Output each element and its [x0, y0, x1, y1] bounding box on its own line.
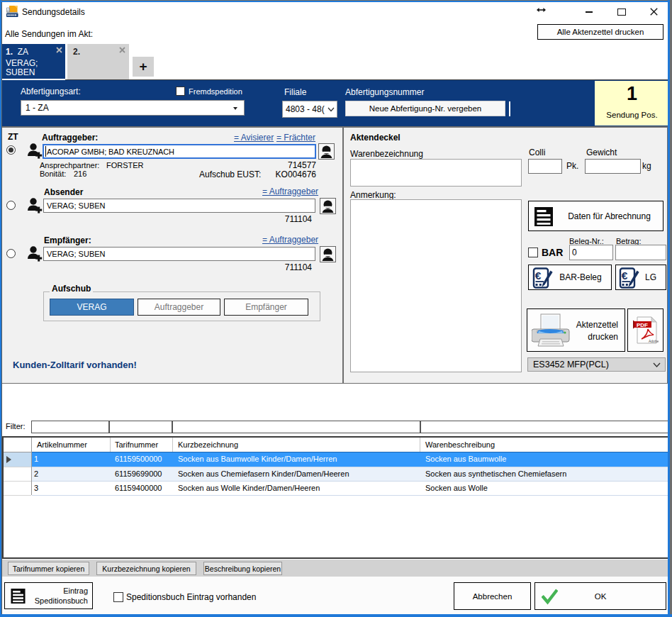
svg-text:PDF: PDF [637, 321, 648, 328]
svg-text:€: € [535, 269, 542, 282]
svg-text:Adobe: Adobe [649, 339, 659, 343]
svg-text:€: € [622, 269, 628, 282]
